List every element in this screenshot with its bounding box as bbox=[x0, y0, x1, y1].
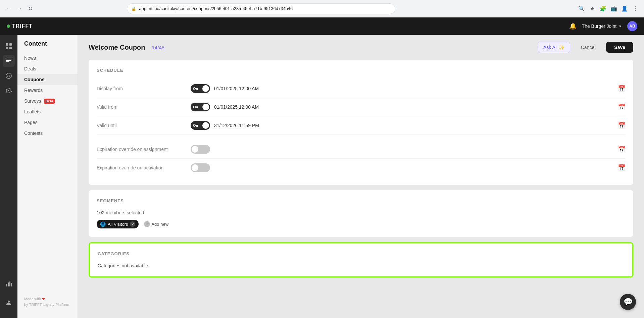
valid-from-control: On Off 01/01/2025 12:00 AM bbox=[191, 103, 618, 111]
expiration-assignment-label: Expiration override on assignment bbox=[97, 147, 191, 152]
chat-button[interactable]: 💬 bbox=[620, 294, 636, 310]
main-container: Content News Deals Coupons Rewards Surve… bbox=[0, 35, 644, 318]
bookmark-button[interactable]: ★ bbox=[588, 4, 597, 13]
sidebar-item-surveys-label: Surveys bbox=[24, 98, 41, 104]
logo: TRIFFT bbox=[7, 23, 33, 29]
svg-rect-0 bbox=[6, 43, 8, 46]
sidebar-item-leaflets[interactable]: Leaflets bbox=[17, 106, 78, 117]
menu-button[interactable]: ⋮ bbox=[631, 4, 640, 13]
members-selected: 102 members selected bbox=[97, 210, 625, 215]
expiration-assignment-toggle[interactable]: On Off bbox=[191, 145, 210, 154]
expiration-activation-calendar-icon[interactable]: 📅 bbox=[618, 164, 625, 171]
ask-ai-button[interactable]: Ask AI ✨ bbox=[538, 42, 570, 53]
sidebar-footer: Made with ❤ by TRIFFT Loyalty Platform bbox=[17, 291, 78, 313]
browser-nav-buttons: ← → ↻ bbox=[4, 4, 35, 13]
add-new-icon: + bbox=[144, 221, 150, 227]
valid-from-calendar-icon[interactable]: 📅 bbox=[618, 103, 625, 111]
cast-button[interactable]: 📺 bbox=[609, 4, 618, 13]
categories-empty-message: Categories not available bbox=[98, 263, 624, 268]
sidebar-item-news[interactable]: News bbox=[17, 53, 78, 63]
icon-sidebar bbox=[0, 35, 17, 318]
svg-point-9 bbox=[9, 75, 10, 75]
page-progress: 14/48 bbox=[152, 45, 165, 50]
url-text: app.trifft.io/cacitokiy/content/coupons/… bbox=[139, 6, 293, 11]
expiration-assignment-row: Expiration override on assignment On Off… bbox=[97, 140, 625, 159]
sidebar-item-rewards-label: Rewards bbox=[24, 88, 43, 93]
valid-until-toggle[interactable]: On Off bbox=[191, 121, 210, 130]
ask-ai-label: Ask AI bbox=[543, 45, 557, 50]
page-header: Welcome Coupon 14/48 Ask AI ✨ Cancel Sav… bbox=[78, 35, 644, 60]
valid-from-label: Valid from bbox=[97, 104, 191, 110]
user-profile-icon-button[interactable] bbox=[3, 297, 15, 309]
add-new-segment-button[interactable]: + Add new bbox=[141, 219, 171, 229]
schedule-section: SCHEDULE Display from On Off 01/01/2025 … bbox=[89, 60, 633, 185]
settings-icon-button[interactable] bbox=[3, 85, 15, 97]
expiration-assignment-control: On Off bbox=[191, 145, 618, 154]
footer-text-1: Made with bbox=[24, 297, 42, 301]
segments-section: SEGMENTS 102 members selected 🌐 All Visi… bbox=[89, 190, 633, 237]
svg-rect-10 bbox=[6, 284, 7, 286]
zoom-button[interactable]: 🔍 bbox=[577, 4, 586, 13]
expiration-activation-toggle[interactable]: On Off bbox=[191, 163, 210, 172]
expiration-activation-label: Expiration override on activation bbox=[97, 165, 191, 170]
categories-section: CATEGORIES Categories not available bbox=[89, 242, 633, 277]
back-button[interactable]: ← bbox=[4, 4, 13, 13]
analytics-icon-button[interactable] bbox=[3, 278, 15, 290]
svg-rect-13 bbox=[11, 283, 12, 286]
page-header-left: Welcome Coupon 14/48 bbox=[89, 44, 164, 51]
page-header-actions: Ask AI ✨ Cancel Save bbox=[538, 42, 633, 53]
sidebar-item-rewards[interactable]: Rewards bbox=[17, 85, 78, 96]
segments-section-label: SEGMENTS bbox=[97, 198, 625, 203]
remove-tag-button[interactable]: ✕ bbox=[130, 221, 135, 227]
sidebar-item-contests[interactable]: Contests bbox=[17, 128, 78, 139]
chevron-down-icon: ▼ bbox=[618, 24, 622, 28]
sidebar-item-deals[interactable]: Deals bbox=[17, 63, 78, 74]
sidebar-item-contests-label: Contests bbox=[24, 130, 43, 136]
icon-sidebar-bottom bbox=[3, 278, 15, 313]
sidebar-nav: News Deals Coupons Rewards Surveys Beta … bbox=[17, 53, 78, 139]
extensions-button[interactable]: 🧩 bbox=[598, 4, 608, 13]
chat-icon: 💬 bbox=[624, 298, 633, 306]
svg-rect-2 bbox=[6, 47, 8, 49]
emoji-icon-button[interactable] bbox=[3, 70, 15, 82]
sidebar-item-news-label: News bbox=[24, 55, 36, 61]
cancel-button[interactable]: Cancel bbox=[574, 42, 602, 53]
valid-until-calendar-icon[interactable]: 📅 bbox=[618, 122, 625, 129]
store-selector[interactable]: The Burger Joint ▼ bbox=[582, 23, 622, 29]
valid-from-toggle[interactable]: On Off bbox=[191, 103, 210, 111]
sidebar-item-surveys[interactable]: Surveys Beta bbox=[17, 96, 78, 106]
avatar[interactable]: AB bbox=[627, 21, 637, 31]
sidebar-item-leaflets-label: Leaflets bbox=[24, 109, 41, 114]
sidebar-item-pages[interactable]: Pages bbox=[17, 117, 78, 128]
svg-rect-12 bbox=[9, 281, 10, 286]
notification-button[interactable]: 🔔 bbox=[569, 22, 577, 30]
sidebar-item-pages-label: Pages bbox=[24, 120, 38, 125]
all-visitors-label: All Visitors bbox=[108, 222, 128, 227]
display-from-date: 01/01/2025 12:00 AM bbox=[214, 86, 259, 91]
address-bar[interactable]: 🔒 app.trifft.io/cacitokiy/content/coupon… bbox=[127, 3, 395, 14]
dashboard-icon-button[interactable] bbox=[3, 40, 15, 52]
browser-action-buttons: 🔍 ★ 🧩 📺 👤 ⋮ bbox=[577, 4, 640, 13]
content-icon-button[interactable] bbox=[3, 55, 15, 67]
expiration-activation-control: On Off bbox=[191, 163, 618, 172]
svg-rect-1 bbox=[9, 43, 12, 46]
expiration-activation-row: Expiration override on activation On Off… bbox=[97, 159, 625, 177]
valid-until-control: On Off 31/12/2026 11:59 PM bbox=[191, 121, 618, 130]
beta-badge: Beta bbox=[44, 99, 55, 104]
svg-rect-3 bbox=[9, 47, 12, 49]
expiration-assignment-calendar-icon[interactable]: 📅 bbox=[618, 146, 625, 153]
save-button[interactable]: Save bbox=[606, 42, 633, 53]
globe-icon: 🌐 bbox=[100, 221, 106, 227]
add-new-label: Add new bbox=[151, 222, 168, 227]
forward-button[interactable]: → bbox=[15, 4, 24, 13]
valid-from-row: Valid from On Off 01/01/2025 12:00 AM 📅 bbox=[97, 98, 625, 116]
footer-text-2: by TRIFFT Loyalty Platform bbox=[24, 303, 69, 307]
profile-button[interactable]: 👤 bbox=[620, 4, 629, 13]
sidebar-item-coupons[interactable]: Coupons bbox=[17, 74, 78, 85]
browser-chrome: ← → ↻ 🔒 app.trifft.io/cacitokiy/content/… bbox=[0, 0, 644, 17]
calendar-icon[interactable]: 📅 bbox=[618, 85, 625, 92]
svg-rect-5 bbox=[6, 60, 11, 61]
display-from-toggle[interactable]: On Off bbox=[191, 84, 210, 93]
navbar-right: 🔔 The Burger Joint ▼ AB bbox=[569, 21, 637, 31]
reload-button[interactable]: ↻ bbox=[26, 4, 35, 13]
